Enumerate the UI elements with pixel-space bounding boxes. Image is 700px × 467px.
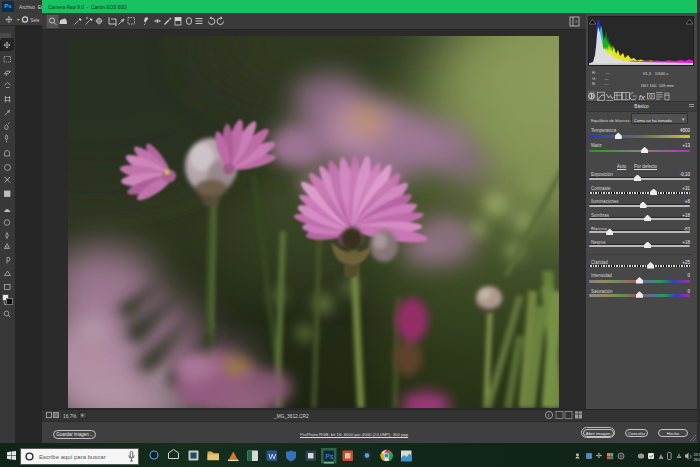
svg-text:Sele: Sele [31, 18, 41, 23]
svg-text:Ps: Ps [325, 453, 334, 460]
svg-text:23:5: 23:5 [694, 453, 700, 457]
svg-text:26/0: 26/0 [694, 458, 700, 462]
svg-text:W: W [269, 452, 277, 461]
svg-text:i: i [548, 412, 549, 418]
